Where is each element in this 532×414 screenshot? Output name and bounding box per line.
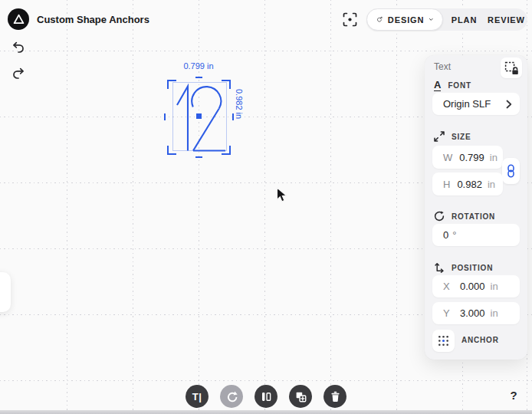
position-section-header: POSITION bbox=[434, 262, 493, 273]
redo-icon bbox=[11, 67, 25, 80]
duplicate-icon bbox=[294, 390, 307, 403]
link-dimensions-toggle[interactable] bbox=[502, 158, 520, 184]
duplicate-button[interactable] bbox=[289, 385, 312, 408]
mode-tabs: DESIGN PLAN REVIEW bbox=[366, 8, 527, 31]
grid-line bbox=[67, 0, 67, 414]
tab-design-label: DESIGN bbox=[388, 15, 425, 25]
trash-icon bbox=[329, 390, 342, 403]
selected-text-value: 12 bbox=[0, 0, 1, 1]
shaper-triangle-logo bbox=[8, 8, 29, 30]
design-refresh-plus-icon bbox=[376, 13, 383, 26]
position-section-label: POSITION bbox=[452, 264, 493, 272]
text-tool-icon: T| bbox=[192, 391, 202, 402]
rotation-unit: ° bbox=[452, 229, 456, 241]
grid-line bbox=[133, 0, 133, 414]
selection-handle-bottom-left[interactable] bbox=[167, 146, 176, 155]
selection-handle-left[interactable] bbox=[164, 113, 166, 120]
resize-diagonal-icon bbox=[434, 131, 445, 142]
height-value: 0.982 bbox=[457, 179, 482, 190]
selection-center-anchor[interactable] bbox=[196, 113, 202, 119]
lock-selection-icon bbox=[504, 61, 519, 75]
size-section-label: SIZE bbox=[452, 133, 471, 141]
delete-button[interactable] bbox=[323, 385, 346, 408]
tab-review-label: REVIEW bbox=[488, 15, 525, 25]
font-value: Origin SLF bbox=[443, 98, 491, 110]
grid-line bbox=[0, 51, 532, 51]
grid-line bbox=[0, 380, 532, 381]
height-unit: in bbox=[488, 179, 495, 190]
page-title: Custom Shape Anchors bbox=[37, 14, 149, 25]
rotate-icon bbox=[434, 211, 445, 222]
selection-handle-right[interactable] bbox=[232, 113, 234, 120]
grid-line bbox=[396, 0, 397, 414]
selection-handle-top[interactable] bbox=[195, 77, 202, 78]
anchor-label: ANCHOR bbox=[461, 336, 499, 344]
selection-handle-bottom[interactable] bbox=[195, 156, 202, 158]
chevron-right-icon bbox=[506, 100, 512, 109]
position-x-input[interactable]: X 0.000 in bbox=[432, 275, 520, 297]
app-window: Custom Shape Anchors bbox=[0, 0, 532, 414]
tab-design[interactable]: DESIGN bbox=[366, 8, 443, 31]
width-prefix: W bbox=[443, 152, 452, 163]
chevron-down-icon bbox=[429, 17, 433, 22]
move-position-icon bbox=[434, 262, 445, 273]
panel-title: Text bbox=[434, 61, 451, 72]
anchor-grid-icon bbox=[436, 334, 451, 348]
width-input[interactable]: W 0.799 in bbox=[432, 146, 503, 169]
anchor-button[interactable] bbox=[432, 330, 455, 352]
mirror-flip-icon bbox=[260, 390, 273, 403]
position-y-value: 3.000 bbox=[460, 307, 485, 319]
rotation-value: 0 bbox=[443, 229, 448, 241]
selection-handle-bottom-right[interactable] bbox=[222, 146, 231, 155]
bottom-edge-strip bbox=[0, 410, 532, 414]
undo-icon bbox=[11, 41, 25, 54]
width-unit: in bbox=[490, 152, 498, 163]
font-section-label: FONT bbox=[448, 81, 471, 90]
lock-selection-button[interactable] bbox=[501, 58, 522, 78]
curved-arrow-shape-icon bbox=[225, 390, 238, 403]
tab-plan[interactable]: PLAN bbox=[443, 8, 485, 31]
grid-line bbox=[330, 0, 331, 414]
center-view-button[interactable] bbox=[341, 12, 358, 27]
size-section-header: SIZE bbox=[434, 131, 471, 142]
mouse-cursor bbox=[276, 187, 288, 204]
text-tool-button[interactable]: T| bbox=[186, 385, 209, 408]
selection-handle-top-left[interactable] bbox=[167, 80, 176, 89]
font-section-header: A FONT bbox=[434, 80, 471, 90]
left-drawer-handle[interactable] bbox=[0, 272, 11, 312]
selection-handle-top-right[interactable] bbox=[222, 80, 231, 89]
redo-button[interactable] bbox=[11, 66, 26, 80]
mirror-button[interactable] bbox=[255, 385, 277, 408]
position-y-input[interactable]: Y 3.000 in bbox=[432, 302, 520, 324]
rotation-section-header: ROTATION bbox=[434, 211, 495, 222]
font-icon: A bbox=[434, 80, 441, 91]
position-y-prefix: Y bbox=[443, 307, 453, 319]
shape-rotate-button[interactable] bbox=[220, 385, 243, 408]
position-x-value: 0.000 bbox=[460, 281, 485, 292]
position-y-unit: in bbox=[491, 307, 498, 319]
help-button[interactable]: ? bbox=[506, 386, 521, 403]
grid-line bbox=[264, 0, 265, 414]
focus-frame-icon bbox=[343, 12, 357, 27]
tab-review[interactable]: REVIEW bbox=[485, 8, 527, 31]
selection-width-label: 0.799 in bbox=[166, 61, 231, 71]
triangle-icon bbox=[13, 14, 25, 25]
width-value: 0.799 bbox=[459, 152, 484, 163]
rotation-section-label: ROTATION bbox=[452, 212, 495, 221]
text-properties-panel: Text A FONT Origin SLF bbox=[425, 55, 527, 360]
height-prefix: H bbox=[443, 179, 450, 190]
link-icon bbox=[507, 164, 515, 178]
position-x-unit: in bbox=[491, 281, 498, 292]
tab-plan-label: PLAN bbox=[452, 15, 478, 25]
font-select[interactable]: Origin SLF bbox=[432, 93, 520, 115]
position-x-prefix: X bbox=[443, 281, 453, 292]
undo-button[interactable] bbox=[11, 40, 26, 54]
height-input[interactable]: H 0.982 in bbox=[432, 172, 503, 196]
selection-height-label: 0.982 in bbox=[235, 89, 244, 119]
rotation-input[interactable]: 0 ° bbox=[432, 224, 520, 246]
